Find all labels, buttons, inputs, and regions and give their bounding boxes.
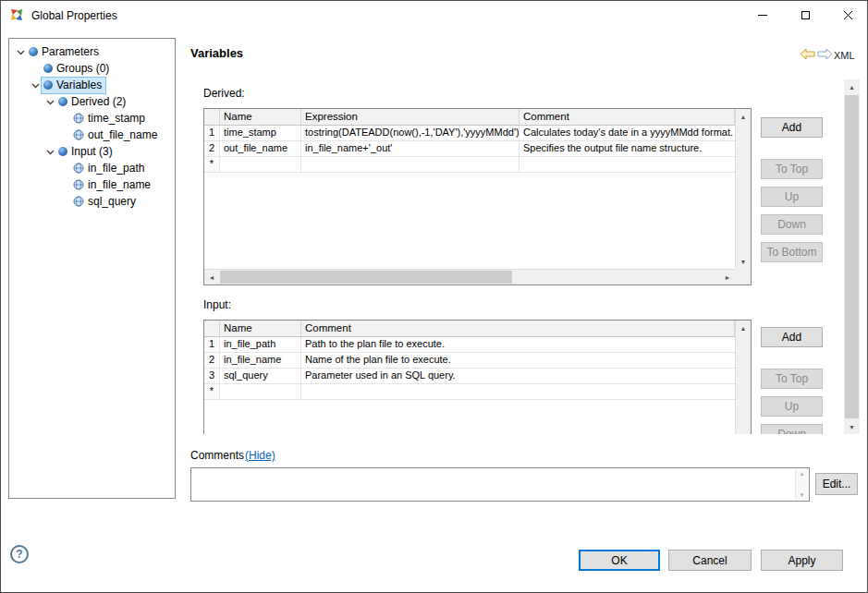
cell-name[interactable]: in_file_name xyxy=(220,353,301,369)
input-vertical-scrollbar[interactable]: ▲ xyxy=(735,321,751,434)
table-row[interactable]: 2 in_file_name Name of the plan file to … xyxy=(204,353,735,369)
page-title: Variables xyxy=(190,46,243,60)
comments-hide-link[interactable]: (Hide) xyxy=(245,449,275,462)
cancel-button[interactable]: Cancel xyxy=(668,550,752,571)
apply-button[interactable]: Apply xyxy=(761,550,843,571)
titlebar: Global Properties xyxy=(1,1,867,29)
close-icon xyxy=(843,10,853,20)
parameter-node-icon xyxy=(43,64,53,73)
input-to-top-button[interactable]: To Top xyxy=(761,369,823,389)
cell-comment[interactable]: Calculates today's date in a yyyyMMdd fo… xyxy=(520,126,735,141)
tree-item-label: sql_query xyxy=(88,195,136,208)
column-header-comment: Comment xyxy=(301,321,735,337)
cell-name[interactable]: in_file_path xyxy=(220,337,301,353)
tree-item-out-file-name[interactable]: out_file_name xyxy=(9,127,175,143)
derived-horizontal-scrollbar[interactable]: ◄ ► xyxy=(204,269,735,284)
help-glyph: ? xyxy=(16,548,22,561)
table-row[interactable]: 1 time_stamp tostring(DATEADD(now(),-1,'… xyxy=(204,126,735,141)
help-icon[interactable]: ? xyxy=(10,545,29,563)
panel-vertical-scrollbar[interactable]: ▲ ▼ xyxy=(844,79,860,434)
cell-comment[interactable]: Path to the plan file to execute. xyxy=(301,337,735,353)
scrollbar-corner xyxy=(735,269,751,284)
scroll-left-icon[interactable]: ◄ xyxy=(204,270,219,284)
cell-name[interactable]: sql_query xyxy=(220,369,301,384)
cell-comment[interactable]: Parameter used in an SQL query. xyxy=(301,369,735,384)
scroll-up-icon[interactable]: ▲ xyxy=(844,79,860,94)
parameter-node-icon xyxy=(29,47,38,56)
tree-item-sql-query[interactable]: sql_query xyxy=(9,193,175,210)
cell-comment[interactable]: Name of the plan file to execute. xyxy=(301,353,735,369)
variable-globe-icon xyxy=(73,129,84,140)
tree-item-in-file-path[interactable]: in_file_path xyxy=(9,160,175,176)
close-button[interactable] xyxy=(826,1,868,29)
minimize-button[interactable] xyxy=(741,1,784,29)
cell-name[interactable]: time_stamp xyxy=(220,126,301,141)
scrollbar-thumb[interactable] xyxy=(220,271,512,284)
cell-expression[interactable]: in_file_name+'_out' xyxy=(301,141,520,157)
window-title: Global Properties xyxy=(31,9,117,22)
input-add-button[interactable]: Add xyxy=(761,327,823,347)
derived-to-bottom-button[interactable]: To Bottom xyxy=(761,242,823,262)
cell-name[interactable] xyxy=(220,157,301,173)
input-up-button[interactable]: Up xyxy=(761,396,823,417)
chevron-expanded-icon[interactable] xyxy=(29,79,42,91)
parameter-node-icon xyxy=(43,80,53,90)
column-header-name: Name xyxy=(220,109,301,126)
variable-globe-icon xyxy=(73,196,84,207)
global-properties-dialog: Global Properties Parameters Groups (0) … xyxy=(0,0,868,593)
chevron-expanded-icon[interactable] xyxy=(43,95,56,108)
xml-view-button[interactable]: XML xyxy=(834,50,855,61)
tree-item-input[interactable]: Input (3) xyxy=(9,143,175,160)
tree-item-parameters[interactable]: Parameters xyxy=(9,43,175,60)
column-header-expression: Expression xyxy=(301,109,520,126)
chevron-expanded-icon[interactable] xyxy=(43,145,56,158)
new-row-marker: * xyxy=(204,384,220,400)
scrollbar-thumb[interactable] xyxy=(845,95,859,418)
tree-item-label: in_file_name xyxy=(88,178,151,191)
table-row[interactable]: 3 sql_query Parameter used in an SQL que… xyxy=(204,369,735,384)
tree-item-groups[interactable]: Groups (0) xyxy=(9,60,175,77)
derived-add-button[interactable]: Add xyxy=(761,117,823,138)
maximize-button[interactable] xyxy=(784,1,826,29)
row-header-corner xyxy=(204,109,220,126)
cell-name[interactable]: out_file_name xyxy=(220,141,301,157)
derived-down-button[interactable]: Down xyxy=(761,214,823,235)
new-row[interactable]: * xyxy=(204,384,735,400)
comments-scrollbar[interactable]: ▲ ▼ xyxy=(795,469,808,500)
scroll-down-icon[interactable]: ▼ xyxy=(844,419,860,434)
scroll-right-icon[interactable]: ► xyxy=(720,270,735,284)
cell-comment[interactable]: Specifies the output file name structure… xyxy=(520,141,735,157)
cell-name[interactable] xyxy=(220,384,301,400)
new-row[interactable]: * xyxy=(204,157,735,173)
comments-textarea[interactable]: ▲ ▼ xyxy=(190,467,810,502)
cell-comment[interactable] xyxy=(301,384,735,400)
chevron-expanded-icon[interactable] xyxy=(14,45,27,58)
scroll-down-icon[interactable]: ▼ xyxy=(796,490,808,500)
scroll-up-icon[interactable]: ▲ xyxy=(736,321,751,335)
forward-arrow-icon[interactable] xyxy=(817,48,833,60)
table-row[interactable]: 2 out_file_name in_file_name+'_out' Spec… xyxy=(204,141,735,157)
cell-expression[interactable] xyxy=(301,157,520,173)
tree-item-variables[interactable]: Variables xyxy=(9,77,175,93)
variable-globe-icon xyxy=(73,163,84,174)
tree-item-in-file-name[interactable]: in_file_name xyxy=(9,176,175,193)
scroll-down-icon[interactable]: ▼ xyxy=(736,254,751,269)
parameter-node-icon xyxy=(58,97,67,106)
scroll-up-icon[interactable]: ▲ xyxy=(796,469,808,478)
cell-expression[interactable]: tostring(DATEADD(now(),-1,'DAY'),'yyyyMM… xyxy=(301,126,520,141)
ok-button[interactable]: OK xyxy=(579,550,660,571)
tree-item-label: time_stamp xyxy=(88,112,145,125)
input-down-button[interactable]: Down xyxy=(761,424,823,434)
back-arrow-icon[interactable] xyxy=(800,48,815,60)
derived-vertical-scrollbar[interactable]: ▲ ▼ xyxy=(735,109,751,269)
edit-button[interactable]: Edit... xyxy=(815,473,858,495)
cell-comment[interactable] xyxy=(520,157,735,173)
derived-up-button[interactable]: Up xyxy=(761,187,823,207)
tree-item-time-stamp[interactable]: time_stamp xyxy=(9,110,175,127)
tree-item-derived[interactable]: Derived (2) xyxy=(9,93,175,110)
minimize-icon xyxy=(758,15,767,16)
tree-item-label: Parameters xyxy=(42,45,99,58)
table-row[interactable]: 1 in_file_path Path to the plan file to … xyxy=(204,337,735,353)
derived-to-top-button[interactable]: To Top xyxy=(761,159,823,179)
scroll-up-icon[interactable]: ▲ xyxy=(736,109,751,124)
